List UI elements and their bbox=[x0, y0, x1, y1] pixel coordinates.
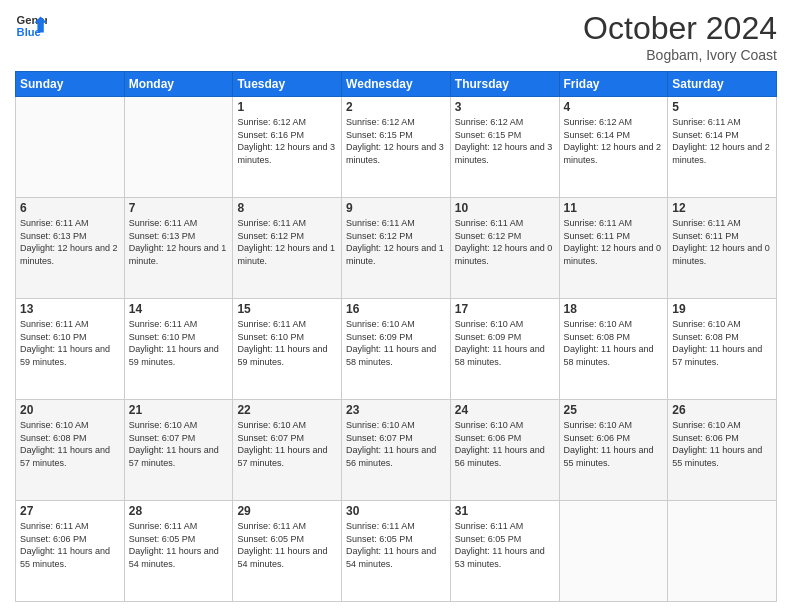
location-subtitle: Bogbam, Ivory Coast bbox=[583, 47, 777, 63]
day-number: 11 bbox=[564, 201, 664, 215]
day-number: 3 bbox=[455, 100, 555, 114]
calendar-table: SundayMondayTuesdayWednesdayThursdayFrid… bbox=[15, 71, 777, 602]
calendar-week-row: 27Sunrise: 6:11 AM Sunset: 6:06 PM Dayli… bbox=[16, 501, 777, 602]
cell-content: Sunrise: 6:11 AM Sunset: 6:12 PM Dayligh… bbox=[237, 217, 337, 267]
calendar-cell bbox=[124, 97, 233, 198]
page: General Blue October 2024 Bogbam, Ivory … bbox=[0, 0, 792, 612]
day-number: 25 bbox=[564, 403, 664, 417]
cell-content: Sunrise: 6:10 AM Sunset: 6:09 PM Dayligh… bbox=[346, 318, 446, 368]
header: General Blue October 2024 Bogbam, Ivory … bbox=[15, 10, 777, 63]
day-number: 15 bbox=[237, 302, 337, 316]
calendar-cell: 6Sunrise: 6:11 AM Sunset: 6:13 PM Daylig… bbox=[16, 198, 125, 299]
cell-content: Sunrise: 6:11 AM Sunset: 6:10 PM Dayligh… bbox=[129, 318, 229, 368]
cell-content: Sunrise: 6:10 AM Sunset: 6:07 PM Dayligh… bbox=[237, 419, 337, 469]
day-number: 10 bbox=[455, 201, 555, 215]
cell-content: Sunrise: 6:10 AM Sunset: 6:06 PM Dayligh… bbox=[455, 419, 555, 469]
calendar-cell: 10Sunrise: 6:11 AM Sunset: 6:12 PM Dayli… bbox=[450, 198, 559, 299]
calendar-cell: 16Sunrise: 6:10 AM Sunset: 6:09 PM Dayli… bbox=[342, 299, 451, 400]
day-number: 16 bbox=[346, 302, 446, 316]
calendar-cell: 26Sunrise: 6:10 AM Sunset: 6:06 PM Dayli… bbox=[668, 400, 777, 501]
cell-content: Sunrise: 6:11 AM Sunset: 6:12 PM Dayligh… bbox=[455, 217, 555, 267]
calendar-cell: 12Sunrise: 6:11 AM Sunset: 6:11 PM Dayli… bbox=[668, 198, 777, 299]
day-number: 24 bbox=[455, 403, 555, 417]
calendar-cell: 14Sunrise: 6:11 AM Sunset: 6:10 PM Dayli… bbox=[124, 299, 233, 400]
calendar-cell: 1Sunrise: 6:12 AM Sunset: 6:16 PM Daylig… bbox=[233, 97, 342, 198]
svg-text:Blue: Blue bbox=[17, 26, 41, 38]
day-number: 20 bbox=[20, 403, 120, 417]
cell-content: Sunrise: 6:10 AM Sunset: 6:06 PM Dayligh… bbox=[564, 419, 664, 469]
logo-icon: General Blue bbox=[15, 10, 47, 42]
cell-content: Sunrise: 6:11 AM Sunset: 6:05 PM Dayligh… bbox=[129, 520, 229, 570]
calendar-cell: 7Sunrise: 6:11 AM Sunset: 6:13 PM Daylig… bbox=[124, 198, 233, 299]
cell-content: Sunrise: 6:10 AM Sunset: 6:08 PM Dayligh… bbox=[20, 419, 120, 469]
day-number: 17 bbox=[455, 302, 555, 316]
day-number: 4 bbox=[564, 100, 664, 114]
cell-content: Sunrise: 6:11 AM Sunset: 6:13 PM Dayligh… bbox=[20, 217, 120, 267]
day-number: 8 bbox=[237, 201, 337, 215]
calendar-cell: 5Sunrise: 6:11 AM Sunset: 6:14 PM Daylig… bbox=[668, 97, 777, 198]
cell-content: Sunrise: 6:11 AM Sunset: 6:05 PM Dayligh… bbox=[237, 520, 337, 570]
calendar-week-row: 6Sunrise: 6:11 AM Sunset: 6:13 PM Daylig… bbox=[16, 198, 777, 299]
calendar-cell: 30Sunrise: 6:11 AM Sunset: 6:05 PM Dayli… bbox=[342, 501, 451, 602]
calendar-cell: 31Sunrise: 6:11 AM Sunset: 6:05 PM Dayli… bbox=[450, 501, 559, 602]
cell-content: Sunrise: 6:11 AM Sunset: 6:12 PM Dayligh… bbox=[346, 217, 446, 267]
calendar-cell: 17Sunrise: 6:10 AM Sunset: 6:09 PM Dayli… bbox=[450, 299, 559, 400]
day-number: 14 bbox=[129, 302, 229, 316]
cell-content: Sunrise: 6:11 AM Sunset: 6:13 PM Dayligh… bbox=[129, 217, 229, 267]
logo: General Blue bbox=[15, 10, 47, 42]
calendar-header-cell: Sunday bbox=[16, 72, 125, 97]
cell-content: Sunrise: 6:10 AM Sunset: 6:07 PM Dayligh… bbox=[129, 419, 229, 469]
cell-content: Sunrise: 6:11 AM Sunset: 6:06 PM Dayligh… bbox=[20, 520, 120, 570]
calendar-cell bbox=[16, 97, 125, 198]
cell-content: Sunrise: 6:11 AM Sunset: 6:14 PM Dayligh… bbox=[672, 116, 772, 166]
cell-content: Sunrise: 6:11 AM Sunset: 6:10 PM Dayligh… bbox=[20, 318, 120, 368]
calendar-cell: 2Sunrise: 6:12 AM Sunset: 6:15 PM Daylig… bbox=[342, 97, 451, 198]
day-number: 27 bbox=[20, 504, 120, 518]
cell-content: Sunrise: 6:12 AM Sunset: 6:14 PM Dayligh… bbox=[564, 116, 664, 166]
day-number: 21 bbox=[129, 403, 229, 417]
calendar-cell: 3Sunrise: 6:12 AM Sunset: 6:15 PM Daylig… bbox=[450, 97, 559, 198]
calendar-header-cell: Friday bbox=[559, 72, 668, 97]
calendar-cell: 28Sunrise: 6:11 AM Sunset: 6:05 PM Dayli… bbox=[124, 501, 233, 602]
cell-content: Sunrise: 6:12 AM Sunset: 6:15 PM Dayligh… bbox=[346, 116, 446, 166]
calendar-cell: 20Sunrise: 6:10 AM Sunset: 6:08 PM Dayli… bbox=[16, 400, 125, 501]
calendar-cell: 19Sunrise: 6:10 AM Sunset: 6:08 PM Dayli… bbox=[668, 299, 777, 400]
day-number: 7 bbox=[129, 201, 229, 215]
calendar-header-cell: Saturday bbox=[668, 72, 777, 97]
title-block: October 2024 Bogbam, Ivory Coast bbox=[583, 10, 777, 63]
day-number: 18 bbox=[564, 302, 664, 316]
cell-content: Sunrise: 6:10 AM Sunset: 6:09 PM Dayligh… bbox=[455, 318, 555, 368]
calendar-body: 1Sunrise: 6:12 AM Sunset: 6:16 PM Daylig… bbox=[16, 97, 777, 602]
calendar-cell: 8Sunrise: 6:11 AM Sunset: 6:12 PM Daylig… bbox=[233, 198, 342, 299]
calendar-header-cell: Monday bbox=[124, 72, 233, 97]
cell-content: Sunrise: 6:11 AM Sunset: 6:11 PM Dayligh… bbox=[564, 217, 664, 267]
calendar-cell: 11Sunrise: 6:11 AM Sunset: 6:11 PM Dayli… bbox=[559, 198, 668, 299]
calendar-header-cell: Tuesday bbox=[233, 72, 342, 97]
calendar-header-cell: Wednesday bbox=[342, 72, 451, 97]
calendar-cell: 22Sunrise: 6:10 AM Sunset: 6:07 PM Dayli… bbox=[233, 400, 342, 501]
calendar-week-row: 1Sunrise: 6:12 AM Sunset: 6:16 PM Daylig… bbox=[16, 97, 777, 198]
calendar-cell: 27Sunrise: 6:11 AM Sunset: 6:06 PM Dayli… bbox=[16, 501, 125, 602]
cell-content: Sunrise: 6:11 AM Sunset: 6:05 PM Dayligh… bbox=[346, 520, 446, 570]
day-number: 2 bbox=[346, 100, 446, 114]
month-title: October 2024 bbox=[583, 10, 777, 47]
day-number: 6 bbox=[20, 201, 120, 215]
calendar-cell: 15Sunrise: 6:11 AM Sunset: 6:10 PM Dayli… bbox=[233, 299, 342, 400]
day-number: 9 bbox=[346, 201, 446, 215]
calendar-cell: 18Sunrise: 6:10 AM Sunset: 6:08 PM Dayli… bbox=[559, 299, 668, 400]
calendar-cell bbox=[559, 501, 668, 602]
day-number: 30 bbox=[346, 504, 446, 518]
cell-content: Sunrise: 6:12 AM Sunset: 6:16 PM Dayligh… bbox=[237, 116, 337, 166]
day-number: 23 bbox=[346, 403, 446, 417]
cell-content: Sunrise: 6:10 AM Sunset: 6:08 PM Dayligh… bbox=[564, 318, 664, 368]
calendar-week-row: 20Sunrise: 6:10 AM Sunset: 6:08 PM Dayli… bbox=[16, 400, 777, 501]
calendar-cell: 13Sunrise: 6:11 AM Sunset: 6:10 PM Dayli… bbox=[16, 299, 125, 400]
calendar-cell: 21Sunrise: 6:10 AM Sunset: 6:07 PM Dayli… bbox=[124, 400, 233, 501]
day-number: 31 bbox=[455, 504, 555, 518]
day-number: 19 bbox=[672, 302, 772, 316]
calendar-cell: 24Sunrise: 6:10 AM Sunset: 6:06 PM Dayli… bbox=[450, 400, 559, 501]
calendar-header-row: SundayMondayTuesdayWednesdayThursdayFrid… bbox=[16, 72, 777, 97]
day-number: 28 bbox=[129, 504, 229, 518]
cell-content: Sunrise: 6:10 AM Sunset: 6:08 PM Dayligh… bbox=[672, 318, 772, 368]
cell-content: Sunrise: 6:10 AM Sunset: 6:06 PM Dayligh… bbox=[672, 419, 772, 469]
